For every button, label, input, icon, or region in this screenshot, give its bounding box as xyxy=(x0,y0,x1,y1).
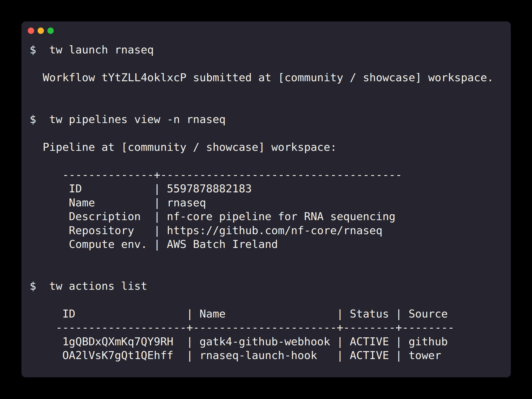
blank-line xyxy=(30,98,511,112)
pipeline-workspace-heading: Pipeline at [community / showcase] works… xyxy=(30,140,511,154)
blank-line xyxy=(30,85,511,99)
blank-line xyxy=(30,265,511,279)
pipeline-detail-row-compute-env: Compute env. | AWS Batch Ireland xyxy=(30,237,511,251)
pipeline-table-separator: --------------+-------------------------… xyxy=(30,168,511,182)
actions-table-row: OA2lVsK7gQt1QEhff | rnaseq-launch-hook |… xyxy=(30,348,511,362)
zoom-button[interactable] xyxy=(47,28,54,34)
command-line-launch: $ tw launch rnaseq xyxy=(30,43,511,57)
workflow-submitted-message: Workflow tYtZLL4oklxcP submitted at [com… xyxy=(30,71,511,85)
blank-line xyxy=(30,251,511,265)
actions-table-header: ID | Name | Status | Source xyxy=(30,307,511,321)
page-background: $ tw launch rnaseq Workflow tYtZLL4oklxc… xyxy=(0,0,532,399)
command-line-pipelines-view: $ tw pipelines view -n rnaseq xyxy=(30,112,511,126)
terminal-window: $ tw launch rnaseq Workflow tYtZLL4oklxc… xyxy=(21,21,511,377)
actions-table-row: 1gQBDxQXmKq7QY9RH | gatk4-github-webhook… xyxy=(30,335,511,349)
blank-line xyxy=(30,154,511,168)
pipeline-detail-row-repository: Repository | https://github.com/nf-core/… xyxy=(30,224,511,238)
minimize-button[interactable] xyxy=(38,28,44,34)
blank-line xyxy=(30,57,511,71)
pipeline-detail-row-description: Description | nf-core pipeline for RNA s… xyxy=(30,210,511,224)
close-button[interactable] xyxy=(28,28,34,34)
window-titlebar xyxy=(21,21,511,34)
blank-line xyxy=(30,293,511,307)
blank-line xyxy=(30,126,511,140)
command-line-actions-list: $ tw actions list xyxy=(30,279,511,293)
terminal-body[interactable]: $ tw launch rnaseq Workflow tYtZLL4oklxc… xyxy=(30,43,511,362)
pipeline-detail-row-id: ID | 5597878882183 xyxy=(30,182,511,196)
actions-table-separator: --------------------+-------------------… xyxy=(30,321,511,335)
pipeline-detail-row-name: Name | rnaseq xyxy=(30,196,511,210)
